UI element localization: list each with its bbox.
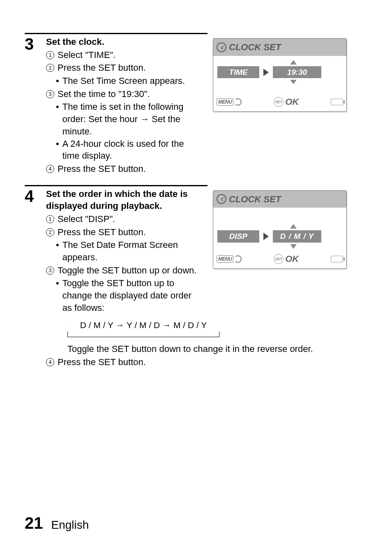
step4-sub3: Toggle the SET button up or down. (58, 264, 202, 277)
enum-2b: 2 (46, 228, 54, 236)
clock-set-disp-screen: CLOCK SET DISP D / M / Y MENU (213, 190, 347, 269)
bullet-icon: • (56, 277, 59, 289)
play-icon (263, 233, 269, 240)
page-number: 21 (25, 514, 43, 532)
step4-after-cycle: Toggle the SET button down to change it … (67, 343, 367, 355)
step3-sub2-b1: The Set Time Screen appears. (62, 75, 185, 87)
date-order-cycle: → D / M / Y → Y / M / D → M / D / Y (67, 322, 219, 337)
step4-sub2: Press the SET button. (58, 226, 202, 238)
step4-sub1: Select "DISP". (58, 213, 202, 225)
return-icon (234, 98, 242, 106)
step4-title: Set the order in which the date is displ… (46, 188, 202, 212)
step4-sub3-b1: Toggle the SET button up to change the d… (62, 277, 202, 314)
screen1-field-value: 19:30 (273, 66, 321, 79)
step-number-4: 4 (25, 188, 39, 204)
clock-icon (217, 194, 226, 204)
down-arrow-icon (290, 80, 297, 84)
step3-sub3-b2: A 24-hour clock is used for the time dis… (62, 138, 202, 162)
menu-badge: MENU (217, 98, 233, 106)
enum-1: 1 (46, 51, 54, 59)
up-arrow-icon (290, 60, 297, 65)
bullet-icon: • (56, 101, 59, 113)
clock-icon (217, 42, 226, 52)
bullet-icon: • (56, 239, 59, 251)
enum-1b: 1 (46, 215, 54, 223)
step3-sub3-b1: The time is set in the following order: … (62, 101, 202, 137)
battery-icon (331, 256, 343, 262)
enum-2: 2 (46, 64, 54, 72)
enum-4: 4 (46, 165, 54, 173)
play-icon (263, 69, 269, 76)
screen2-title: CLOCK SET (229, 193, 281, 206)
step4-sub2-b1: The Set Date Format Screen appears. (62, 239, 202, 263)
bullet-icon: • (56, 75, 59, 87)
screen2-field-label: DISP (217, 230, 259, 243)
set-icon: SET (274, 254, 284, 264)
step4-sub4: Press the SET button. (58, 356, 367, 368)
screen1-field-label: TIME (217, 66, 259, 79)
screen1-title: CLOCK SET (229, 41, 281, 53)
enum-4b: 4 (46, 358, 54, 366)
step-number-3: 3 (25, 36, 39, 52)
step3-sub3: Set the time to "19:30". (58, 88, 202, 100)
down-arrow-icon (290, 244, 297, 249)
ok-label: OK (285, 253, 299, 265)
battery-icon (331, 99, 343, 105)
bullet-icon: • (56, 138, 59, 150)
step3-sub4: Press the SET button. (58, 163, 202, 175)
step3-sub1: Select "TIME". (58, 49, 202, 61)
return-icon (234, 255, 242, 263)
cycle-text: D / M / Y → Y / M / D → M / D / Y (67, 319, 219, 331)
screen2-field-value: D / M / Y (273, 230, 321, 243)
step3-title: Set the clock. (46, 36, 202, 48)
enum-3: 3 (46, 90, 54, 98)
up-arrow-icon (290, 224, 297, 229)
set-icon: SET (274, 97, 284, 107)
step3-sub2: Press the SET button. (58, 62, 202, 74)
page-language: English (51, 518, 89, 532)
menu-badge: MENU (217, 255, 233, 263)
clock-set-time-screen: CLOCK SET TIME 19:30 ME (213, 38, 347, 112)
ok-label: OK (285, 96, 299, 108)
enum-3b: 3 (46, 266, 54, 275)
